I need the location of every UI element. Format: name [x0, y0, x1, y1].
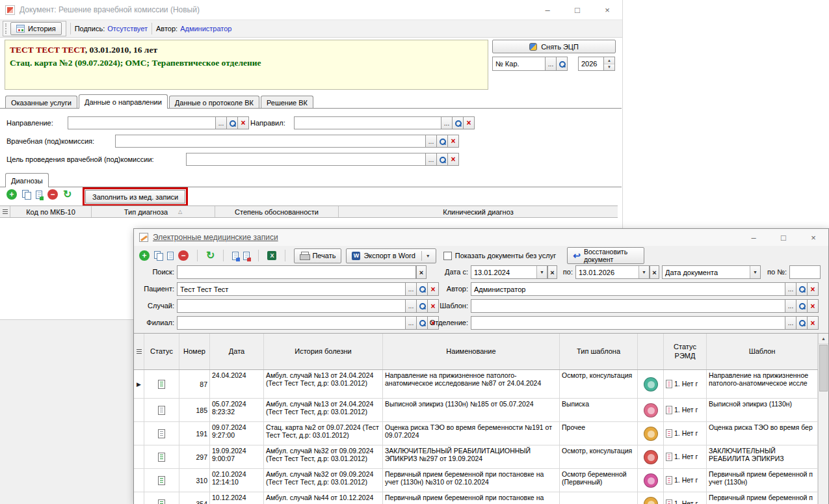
- table-row[interactable]: 354 10.12.2024 Амбул. случай №44 от 10.1…: [134, 492, 818, 504]
- ellipsis-button[interactable]: ...: [216, 116, 227, 129]
- clear-button[interactable]: ×: [808, 316, 819, 330]
- column-header-diagnosis-type[interactable]: Тип диагноза △: [92, 206, 215, 217]
- date-type-combo[interactable]: Дата документа ▼: [662, 265, 761, 279]
- tab-vk-protocol[interactable]: Данные о протоколе ВК: [169, 96, 259, 109]
- column-header-template-type[interactable]: Тип шаблона: [560, 334, 638, 369]
- ellipsis-button[interactable]: ...: [441, 116, 453, 129]
- ellipsis-button[interactable]: ...: [406, 316, 417, 330]
- restore-document-button[interactable]: ↩ Восстановить документ: [567, 247, 644, 264]
- template-filter-input[interactable]: [471, 299, 785, 313]
- maximize-button[interactable]: □: [562, 5, 592, 15]
- tab-services[interactable]: Оказанные услуги: [5, 96, 77, 109]
- dropdown-arrow-icon[interactable]: ▼: [638, 266, 649, 278]
- column-header-type-icon[interactable]: [638, 334, 664, 369]
- document-sign-icon[interactable]: [232, 252, 239, 260]
- clear-button[interactable]: ×: [808, 282, 819, 296]
- refresh-icon[interactable]: ↻: [206, 250, 215, 261]
- remove-ecp-button[interactable]: Снять ЭЦП: [492, 40, 616, 53]
- column-header-date[interactable]: Дата: [210, 334, 264, 369]
- column-header-template[interactable]: Шаблон: [707, 334, 818, 369]
- print-button[interactable]: Печать: [294, 248, 341, 263]
- delete-icon[interactable]: −: [47, 189, 58, 200]
- tab-diagnoses[interactable]: Диагнозы: [5, 173, 49, 187]
- department-filter-input[interactable]: [471, 316, 785, 330]
- purpose-input[interactable]: [186, 153, 426, 166]
- clear-date-from-button[interactable]: ×: [547, 265, 557, 279]
- dropdown-arrow-icon[interactable]: ▼: [536, 266, 547, 278]
- ellipsis-button[interactable]: ...: [785, 282, 796, 296]
- number-filter-input[interactable]: [789, 265, 821, 279]
- maximize-button[interactable]: □: [769, 233, 798, 243]
- document-unsign-icon[interactable]: [243, 252, 250, 260]
- history-button[interactable]: История: [10, 22, 62, 35]
- search-button[interactable]: [557, 57, 568, 71]
- table-row[interactable]: 297 19.09.20249:00:07 Амбул. случай №32 …: [134, 445, 818, 469]
- clear-button[interactable]: ×: [448, 153, 459, 166]
- search-button[interactable]: [227, 116, 238, 129]
- column-header-status[interactable]: Статус: [144, 334, 179, 369]
- show-without-services-option[interactable]: Показать документы без услуг: [443, 252, 556, 260]
- vertical-scrollbar[interactable]: ▲: [818, 334, 828, 504]
- clear-button[interactable]: ×: [464, 116, 475, 129]
- ellipsis-button[interactable]: ...: [785, 316, 796, 330]
- spin-down-icon[interactable]: ▼: [604, 64, 614, 71]
- search-button[interactable]: [796, 299, 808, 313]
- column-header-number[interactable]: Номер: [179, 334, 210, 369]
- clear-button[interactable]: ×: [808, 299, 819, 313]
- ellipsis-button[interactable]: ...: [785, 299, 796, 313]
- search-button[interactable]: [437, 153, 448, 166]
- ellipsis-button[interactable]: ...: [406, 282, 417, 296]
- year-input[interactable]: [578, 57, 604, 71]
- copy-icon[interactable]: [154, 251, 163, 260]
- scrollbar-thumb[interactable]: [819, 345, 828, 391]
- column-header-validity[interactable]: Степень обоснованности: [215, 206, 339, 217]
- spin-up-icon[interactable]: ▲: [604, 57, 614, 64]
- row-selector-header[interactable]: [134, 334, 144, 369]
- search-input[interactable]: [177, 265, 416, 279]
- dropdown-arrow-icon[interactable]: ▼: [421, 251, 430, 261]
- referred-by-input[interactable]: [294, 116, 441, 129]
- clear-button[interactable]: ×: [238, 116, 249, 129]
- column-header-clinical[interactable]: Клинический диагноз: [339, 206, 618, 217]
- document-export-icon[interactable]: [36, 191, 42, 199]
- add-icon[interactable]: +: [139, 250, 150, 261]
- column-header-mkb10[interactable]: Код по МКБ-10: [10, 206, 92, 217]
- tab-referral-data[interactable]: Данные о направлении: [79, 94, 168, 109]
- patient-filter-input[interactable]: [177, 282, 406, 296]
- referral-input[interactable]: [68, 116, 216, 129]
- scroll-up-icon[interactable]: ▲: [819, 334, 828, 344]
- clear-button[interactable]: ×: [448, 135, 459, 148]
- ellipsis-button[interactable]: ...: [426, 153, 437, 166]
- table-row[interactable]: 310 02.10.202412:14:10 Амбул. случай №32…: [134, 469, 818, 492]
- show-without-services-checkbox[interactable]: [443, 252, 452, 260]
- excel-export-icon[interactable]: X: [267, 251, 276, 260]
- search-button[interactable]: [796, 282, 808, 296]
- copy-icon[interactable]: [22, 190, 31, 199]
- card-number-input[interactable]: [492, 57, 546, 71]
- date-from-combo[interactable]: 13.01.2024 ▼: [471, 265, 547, 279]
- date-to-combo[interactable]: 13.01.2026 ▼: [575, 265, 650, 279]
- column-header-remd-status[interactable]: Статус РЭМД: [664, 334, 707, 369]
- table-row[interactable]: 191 09.07.20249:27:00 Стац. карта №2 от …: [134, 422, 818, 445]
- close-button[interactable]: ×: [798, 233, 828, 243]
- column-header-name[interactable]: Наименование: [383, 334, 560, 369]
- fill-from-med-record-button[interactable]: Заполнить из мед. записи: [85, 190, 185, 204]
- dropdown-arrow-icon[interactable]: ▼: [750, 266, 760, 278]
- ellipsis-button[interactable]: ...: [426, 135, 437, 148]
- minimize-button[interactable]: –: [739, 233, 769, 243]
- minimize-button[interactable]: –: [533, 5, 562, 15]
- commission-input[interactable]: [115, 135, 426, 148]
- add-icon[interactable]: +: [7, 189, 17, 200]
- close-button[interactable]: ×: [592, 5, 622, 15]
- author-filter-input[interactable]: [471, 282, 785, 296]
- export-word-button[interactable]: W Экспорт в Word ▼: [346, 248, 436, 263]
- clear-date-to-button[interactable]: ×: [650, 265, 659, 279]
- delete-icon[interactable]: −: [178, 250, 189, 261]
- case-filter-input[interactable]: [177, 299, 406, 313]
- ellipsis-button[interactable]: ...: [406, 299, 417, 313]
- tab-vk-decision[interactable]: Решение ВК: [261, 96, 313, 109]
- ellipsis-button[interactable]: ...: [546, 57, 557, 71]
- document-icon[interactable]: [167, 252, 174, 260]
- branch-filter-input[interactable]: [177, 316, 406, 330]
- column-header-history[interactable]: История болезни: [264, 334, 383, 369]
